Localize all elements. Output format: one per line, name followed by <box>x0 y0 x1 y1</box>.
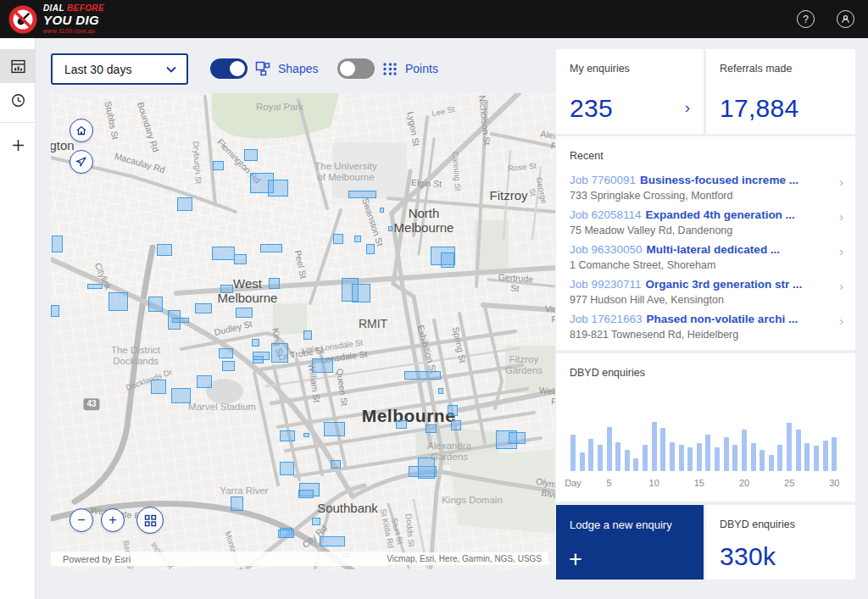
chevron-right-icon[interactable]: › <box>839 209 843 224</box>
enquiry-shape[interactable] <box>260 244 282 252</box>
enquiry-shape[interactable] <box>396 420 407 429</box>
lodge-enquiry-button[interactable]: Lodge a new enquiry + <box>556 505 704 580</box>
chevron-right-icon[interactable]: › <box>839 279 843 293</box>
enquiry-shape[interactable] <box>244 149 258 161</box>
map-zoom-out-button[interactable]: − <box>70 508 93 532</box>
enquiry-shape[interactable] <box>280 430 295 441</box>
sidebar-item-dashboard[interactable] <box>0 49 36 83</box>
enquiry-shape[interactable] <box>197 375 212 388</box>
enquiry-shape[interactable] <box>438 388 443 394</box>
enquiry-shape[interactable] <box>333 234 343 244</box>
my-enquiries-card[interactable]: My enquiries 235 › <box>556 49 704 134</box>
enquiry-shape[interactable] <box>234 254 247 264</box>
enquiry-shape[interactable] <box>157 244 172 256</box>
enquiry-shape[interactable] <box>213 161 224 170</box>
enquiry-shape[interactable] <box>324 422 345 436</box>
enquiry-shape[interactable] <box>448 405 458 416</box>
map-canvas[interactable]: MelbourneNorth MelbourneWest MelbourneFi… <box>51 93 555 569</box>
locate-icon <box>75 156 87 168</box>
bar <box>687 447 693 471</box>
enquiry-shape[interactable] <box>366 244 375 254</box>
enquiry-shape[interactable] <box>404 371 441 380</box>
enquiry-shape[interactable] <box>312 358 333 373</box>
left-sidebar <box>0 38 36 599</box>
job-address: 733 Springlake Crossing, Montford <box>570 190 845 202</box>
clock-icon <box>11 93 25 108</box>
enquiry-shape[interactable] <box>171 388 191 403</box>
enquiry-shape[interactable] <box>87 284 103 289</box>
map-basemap-button[interactable] <box>136 507 164 534</box>
enquiry-shape[interactable] <box>231 496 243 511</box>
enquiry-shape[interactable] <box>268 180 288 197</box>
bar <box>769 455 774 471</box>
user-avatar-icon[interactable] <box>837 10 854 28</box>
enquiry-shape[interactable] <box>348 191 376 198</box>
recent-job-row[interactable]: Job 62058114Expanded 4th generation ...7… <box>570 208 845 242</box>
enquiry-shape[interactable] <box>509 432 526 444</box>
enquiry-shape[interactable] <box>331 460 341 469</box>
bar <box>652 422 657 471</box>
enquiry-shape[interactable] <box>253 352 270 360</box>
dbyd-logo[interactable]: DIAL BEFORE YOU DIG www.1100.com.au <box>8 4 104 34</box>
enquiry-shape[interactable] <box>52 236 63 252</box>
enquiry-shape[interactable] <box>219 348 233 358</box>
my-enquiries-label: My enquiries <box>570 63 630 75</box>
bar <box>777 445 782 471</box>
chevron-right-icon[interactable]: › <box>839 244 843 258</box>
enquiry-shape[interactable] <box>380 208 384 213</box>
chart-title: DBYD enquiries <box>570 367 645 379</box>
recent-job-row[interactable]: Job 96330050Multi-lateral dedicated ...1… <box>570 243 845 277</box>
enquiry-shape[interactable] <box>303 433 309 437</box>
enquiry-shape[interactable] <box>303 330 312 340</box>
enquiry-shape[interactable] <box>148 297 163 312</box>
enquiry-shape[interactable] <box>108 292 128 311</box>
enquiry-shape[interactable] <box>220 285 233 293</box>
sidebar-item-recent[interactable] <box>0 83 36 117</box>
help-icon[interactable]: ? <box>797 10 815 28</box>
recent-job-row[interactable]: Job 7760091Business-focused increme ...7… <box>570 174 845 208</box>
enquiry-shape[interactable] <box>51 305 59 317</box>
enquiry-shape[interactable] <box>222 361 235 371</box>
job-address: 819-821 Townesend Rd, Heidelberg <box>570 329 845 341</box>
enquiry-shape[interactable] <box>388 226 392 231</box>
axis-tick-label: 25 <box>784 478 794 488</box>
enquiry-shape[interactable] <box>236 308 253 318</box>
map-zoom-in-button[interactable]: + <box>101 508 125 532</box>
points-toggle[interactable] <box>337 58 375 79</box>
enquiry-shape[interactable] <box>269 278 280 289</box>
shapes-label: Shapes <box>278 62 318 75</box>
chevron-right-icon[interactable]: › <box>839 175 843 189</box>
enquiry-shape[interactable] <box>271 343 288 363</box>
enquiry-shape[interactable] <box>177 197 192 211</box>
sidebar-item-add[interactable] <box>0 128 36 162</box>
enquiry-shape[interactable] <box>195 303 212 313</box>
map-home-button[interactable] <box>70 119 93 142</box>
job-address: 75 Meadow Valley Rd, Dandenong <box>570 225 845 236</box>
recent-job-row[interactable]: Job 17621663Phased non-volatile archi ..… <box>570 313 845 347</box>
referrals-label: Referrals made <box>720 63 792 75</box>
enquiry-shape[interactable] <box>451 420 461 430</box>
enquiry-shape[interactable] <box>441 252 454 268</box>
enquiry-shape[interactable] <box>312 518 320 525</box>
recent-job-row[interactable]: Job 99230711Organic 3rd generation str .… <box>570 278 845 312</box>
enquiry-shape[interactable] <box>151 380 166 394</box>
enquiry-shape[interactable] <box>418 458 435 479</box>
job-number: Job 99230711 <box>570 278 642 291</box>
enquiry-shape[interactable] <box>280 462 294 475</box>
date-range-select[interactable]: Last 30 days <box>51 53 188 85</box>
enquiry-shape[interactable] <box>172 318 189 323</box>
enquiry-shape[interactable] <box>426 424 437 433</box>
enquiry-shape[interactable] <box>320 536 345 546</box>
enquiry-shape[interactable] <box>298 490 314 498</box>
map-locate-button[interactable] <box>70 150 93 174</box>
enquiry-shape[interactable] <box>278 530 294 538</box>
bar <box>625 450 630 471</box>
enquiry-shape[interactable] <box>252 339 259 347</box>
my-enquiries-chevron-icon[interactable]: › <box>685 99 690 115</box>
enquiry-shape[interactable] <box>212 247 235 260</box>
enquiry-shape[interactable] <box>352 284 370 302</box>
chevron-right-icon[interactable]: › <box>839 313 843 328</box>
enquiry-shape[interactable] <box>354 236 361 242</box>
shapes-toggle[interactable] <box>210 58 248 79</box>
axis-tick-label: 10 <box>649 478 659 488</box>
